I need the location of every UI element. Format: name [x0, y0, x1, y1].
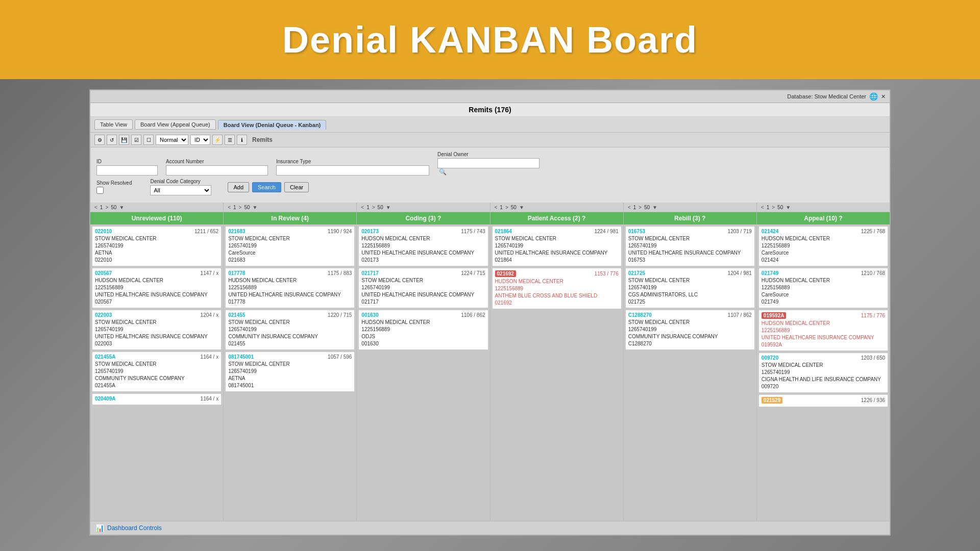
kanban-card[interactable]: 0217491210 / 768HUDSON MEDICAL CENTER122… — [758, 268, 888, 308]
kanban-card[interactable]: 020409A1164 / x — [92, 393, 222, 405]
col-header-rebill: Rebill (3) ? — [624, 212, 756, 224]
pag-prev-3[interactable]: < — [360, 205, 365, 210]
kanban-card[interactable]: 0201731175 / 743HUDSON MEDICAL CENTER122… — [358, 226, 488, 266]
kanban-card[interactable]: 0216831190 / 924STOW MEDICAL CENTER12657… — [225, 226, 355, 266]
pag-prev-4[interactable]: < — [494, 205, 499, 210]
filter-show-resolved-group: Show Resolved — [96, 180, 132, 194]
card-amounts: 1175 / 883 — [328, 270, 352, 276]
kanban-col-unreviewed: Unreviewed (110)0220101211 / 652STOW MED… — [90, 212, 224, 521]
pag-prev-2[interactable]: < — [227, 205, 232, 210]
pag-drop-1[interactable]: ▼ — [118, 205, 125, 210]
kanban-card[interactable]: 0167531203 / 719STOW MEDICAL CENTER12657… — [625, 226, 755, 266]
filter-denial-owner-input[interactable] — [437, 158, 540, 168]
toolbar: ⚙ ↺ 💾 ☑ ☐ Normal ID ⚡ ☰ ℹ Remits — [90, 133, 890, 147]
kanban-card[interactable]: 0016301106 / 862HUDSON MEDICAL CENTER122… — [358, 310, 488, 350]
pag-next-4[interactable]: > — [504, 205, 509, 210]
pagination-inreview: < 1 > 50 ▼ — [224, 203, 357, 212]
kanban-card[interactable]: 0220031204 / xSTOW MEDICAL CENTER1265740… — [92, 310, 222, 350]
pag-drop-3[interactable]: ▼ — [385, 205, 392, 210]
kanban-col-patientaccess: Patient Access (2) ?0218641224 / 981STOW… — [491, 212, 624, 521]
card-id: 020173 — [361, 229, 378, 234]
kanban-card[interactable]: 0215291226 / 936 — [758, 394, 888, 407]
kanban-card[interactable]: 0216921153 / 776HUDSON MEDICAL CENTER122… — [492, 268, 622, 309]
close-icon[interactable]: ✕ — [881, 93, 886, 100]
pag-next-6[interactable]: > — [771, 205, 776, 210]
filter-show-resolved-checkbox[interactable] — [96, 187, 104, 194]
toolbar-btn-6[interactable]: ⚡ — [212, 135, 223, 145]
kanban-col-appeal: Appeal (10) ?0214241225 / 768HUDSON MEDI… — [757, 212, 890, 521]
toolbar-btn-4[interactable]: ☑ — [131, 135, 141, 145]
kanban-card[interactable]: 0214241225 / 768HUDSON MEDICAL CENTER122… — [758, 226, 888, 266]
filter-id-input[interactable] — [96, 165, 158, 176]
card-amounts: 1107 / 862 — [728, 312, 752, 318]
toolbar-btn-7[interactable]: ☰ — [225, 135, 235, 145]
tab-board-kanban[interactable]: Board View (Denial Queue - Kanban) — [218, 120, 327, 130]
pag-prev-1[interactable]: < — [93, 205, 99, 210]
kanban-card[interactable]: 0205671147 / xHUDSON MEDICAL CENTER12251… — [92, 268, 222, 308]
tab-table-view[interactable]: Table View — [94, 119, 133, 130]
card-detail: STOW MEDICAL CENTER1265740199UNITED HEAL… — [95, 319, 218, 347]
filter-denial-code-label: Denial Code Category — [150, 179, 211, 184]
filter-account-group: Account Number — [166, 159, 268, 176]
kanban-card[interactable]: 0218641224 / 981STOW MEDICAL CENTER12657… — [492, 226, 622, 266]
col-header-coding: Coding (3) ? — [357, 212, 489, 224]
kanban-card[interactable]: 0217171224 / 715STOW MEDICAL CENTER12657… — [358, 268, 488, 308]
card-detail: HUDSON MEDICAL CENTER1225156889UNITED HE… — [228, 277, 352, 306]
main-container: Database: Stow Medical Center 🌐 ✕ Remits… — [89, 89, 891, 536]
col-body-coding: 0201731175 / 743HUDSON MEDICAL CENTER122… — [357, 224, 489, 521]
col-body-patientaccess: 0218641224 / 981STOW MEDICAL CENTER12657… — [491, 224, 623, 521]
filter-denial-code-select[interactable]: All — [150, 185, 211, 195]
card-id: 021749 — [762, 270, 778, 276]
kanban-card[interactable]: 0217251204 / 981STOW MEDICAL CENTER12657… — [625, 268, 755, 308]
filter-insurance-input[interactable] — [276, 165, 429, 176]
col-header-inreview: In Review (4) — [224, 212, 356, 224]
pagination-unreviewed: < 1 > 50 ▼ — [90, 203, 224, 212]
tab-board-appeal[interactable]: Board View (Appeal Queue) — [135, 119, 216, 130]
kanban-card[interactable]: 0817450011057 / 596STOW MEDICAL CENTER12… — [225, 352, 355, 392]
filter-account-input[interactable] — [166, 165, 268, 176]
card-amounts: 1226 / 936 — [861, 397, 885, 403]
filter-denial-owner-group: Denial Owner 🔍 — [437, 152, 540, 176]
kanban-card[interactable]: 019592A1175 / 776HUDSON MEDICAL CENTER12… — [758, 310, 888, 351]
card-id: 021692 — [495, 270, 516, 277]
card-detail: HUDSON MEDICAL CENTER1225156889CareSourc… — [762, 235, 885, 264]
card-amounts: 1175 / 743 — [461, 229, 485, 234]
add-button[interactable]: Add — [228, 182, 249, 192]
mode-select[interactable]: Normal — [156, 135, 188, 145]
pag-drop-4[interactable]: ▼ — [518, 205, 525, 210]
dashboard-controls-label[interactable]: Dashboard Controls — [107, 524, 162, 532]
pag-next-1[interactable]: > — [104, 205, 109, 210]
kanban-card[interactable]: 0177781175 / 883HUDSON MEDICAL CENTER122… — [225, 268, 355, 308]
card-detail: HUDSON MEDICAL CENTER1225156889UNITED HE… — [361, 235, 485, 264]
card-amounts: 1220 / 715 — [328, 312, 352, 318]
sort-select[interactable]: ID — [190, 135, 210, 145]
kanban-card[interactable]: C12882701107 / 862STOW MEDICAL CENTER126… — [625, 310, 755, 350]
kanban-card[interactable]: 0214551220 / 715STOW MEDICAL CENTER12657… — [225, 310, 355, 350]
search-icon[interactable]: 🔍 — [439, 168, 540, 176]
pag-drop-5[interactable]: ▼ — [651, 205, 658, 210]
pag-drop-6[interactable]: ▼ — [785, 205, 792, 210]
clear-button[interactable]: Clear — [284, 182, 309, 192]
toolbar-btn-5[interactable]: ☐ — [143, 135, 154, 145]
pag-next-2[interactable]: > — [238, 205, 243, 210]
toolbar-info-btn[interactable]: ℹ — [237, 135, 247, 145]
card-id: 022003 — [95, 312, 112, 318]
kanban-card[interactable]: 0220101211 / 652STOW MEDICAL CENTER12657… — [92, 226, 222, 266]
toolbar-btn-2[interactable]: ↺ — [107, 135, 117, 145]
toolbar-btn-3[interactable]: 💾 — [119, 135, 129, 145]
remits-label: Remits — [252, 136, 273, 143]
pag-prev-6[interactable]: < — [760, 205, 765, 210]
card-amounts: 1211 / 652 — [194, 229, 218, 234]
toolbar-btn-1[interactable]: ⚙ — [94, 135, 105, 145]
card-id: 021725 — [628, 270, 645, 276]
search-button[interactable]: Search — [252, 182, 281, 192]
pag-next-5[interactable]: > — [638, 205, 643, 210]
kanban-card[interactable]: 0097201203 / 650STOW MEDICAL CENTER12657… — [758, 353, 888, 393]
pag-drop-2[interactable]: ▼ — [252, 205, 259, 210]
pag-prev-5[interactable]: < — [627, 205, 632, 210]
kanban-card[interactable]: 021455A1164 / xSTOW MEDICAL CENTER126574… — [92, 352, 222, 392]
filter-denial-owner-label: Denial Owner — [437, 152, 540, 157]
card-amounts: 1057 / 596 — [328, 354, 352, 360]
pagination-coding: < 1 > 50 ▼ — [357, 203, 490, 212]
pag-next-3[interactable]: > — [371, 205, 376, 210]
